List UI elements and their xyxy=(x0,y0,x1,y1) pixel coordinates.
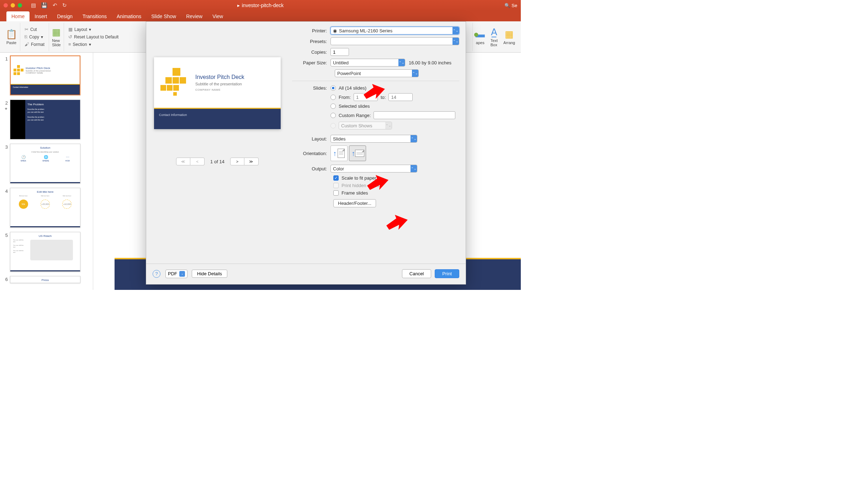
output-label: Output: xyxy=(292,166,327,171)
maximize-window-button[interactable] xyxy=(18,3,22,7)
logo-graphic xyxy=(160,68,190,97)
printer-status-icon: ◉ xyxy=(333,28,337,33)
section-button[interactable]: ≡Section ▾ xyxy=(67,41,120,48)
output-value: Color xyxy=(333,166,344,171)
close-window-button[interactable] xyxy=(4,3,8,7)
slide-thumb-1[interactable]: 1 Investor Pitch Deck Subtitle of the pr… xyxy=(2,55,91,95)
shapes-button[interactable]: ●▬ apes xyxy=(476,29,485,45)
format-painter-button[interactable]: 🖌Format xyxy=(23,41,46,48)
from-input[interactable] xyxy=(354,93,378,101)
last-page-button[interactable]: ≫ xyxy=(244,158,259,165)
textbox-button[interactable]: A̲ Text Box xyxy=(491,27,498,47)
reset-icon: ↺ xyxy=(68,34,72,39)
print-hidden-checkbox xyxy=(333,183,339,188)
search-area[interactable]: 🔍 Se xyxy=(504,3,517,8)
search-placeholder: Se xyxy=(512,3,517,8)
next-page-button[interactable]: > xyxy=(230,158,244,165)
pdf-dropdown-button[interactable]: PDF ⌄ xyxy=(165,270,187,278)
tab-animations[interactable]: Animations xyxy=(112,11,146,21)
cancel-button[interactable]: Cancel xyxy=(402,269,431,278)
orientation-landscape-button[interactable]: ↑ xyxy=(349,145,366,161)
arrange-button[interactable]: ▦ Arrang xyxy=(503,29,515,45)
selected-slides-label: Selected slides xyxy=(339,104,370,109)
from-label: From: xyxy=(339,95,351,100)
print-preview-pane: Investor Pitch Deck Subtitle of the pres… xyxy=(146,22,289,264)
paper-size-note: 16.00 by 9.00 inches xyxy=(409,60,451,65)
tab-view[interactable]: View xyxy=(207,11,228,21)
help-button[interactable]: ? xyxy=(153,270,160,278)
hide-details-button[interactable]: Hide Details xyxy=(192,270,227,278)
printer-select[interactable]: ◉ Samsung ML-2160 Series ⌃⌄ xyxy=(330,27,459,34)
slide-thumb-5[interactable]: 5 US Reach You can edit this text You ca… xyxy=(2,232,91,272)
to-input[interactable] xyxy=(388,93,413,101)
autosave-icon[interactable]: ▤ xyxy=(31,2,36,9)
dropdown-caret-icon: ⌃⌄ xyxy=(452,27,459,34)
thumb-subtitle: Subtitle of the presentation xyxy=(26,70,51,72)
tab-insert[interactable]: Insert xyxy=(30,11,52,21)
redo-icon[interactable]: ↻ xyxy=(62,2,67,9)
tab-transitions[interactable]: Transitions xyxy=(78,11,112,21)
slide-number: 6 xyxy=(2,276,8,283)
tab-review[interactable]: Review xyxy=(181,11,207,21)
slide-thumb-2[interactable]: 2 ✦ The Problem Describe the problem you… xyxy=(2,100,91,139)
minimize-window-button[interactable] xyxy=(11,3,15,7)
document-title: ▸ investor-pitch-deck xyxy=(237,2,284,8)
slide-panel[interactable]: 1 Investor Pitch Deck Subtitle of the pr… xyxy=(0,53,93,290)
tab-slideshow[interactable]: Slide Show xyxy=(146,11,181,21)
custom-shows-label: Custom Shows xyxy=(341,123,372,128)
up-arrow-icon: ↑ xyxy=(333,149,337,158)
slide-number: 2 xyxy=(2,100,8,106)
orientation-portrait-button[interactable]: ↑ xyxy=(330,145,348,161)
to-label: to: xyxy=(381,95,386,100)
paper-size-select[interactable]: Untitled ⌃⌄ xyxy=(330,59,405,67)
textbox-label: Text Box xyxy=(491,38,498,47)
presets-select[interactable]: ⌃⌄ xyxy=(330,37,459,45)
preview-pager: ≪ < 1 of 14 > ≫ xyxy=(176,158,259,165)
cut-button[interactable]: ✂Cut xyxy=(23,26,46,33)
paste-button[interactable]: 📋 Paste xyxy=(6,29,17,45)
thumb-heading: US Reach xyxy=(12,234,78,238)
dropdown-caret-icon: ⌃⌄ xyxy=(398,59,405,66)
brush-icon: 🖌 xyxy=(25,42,29,47)
prev-page-button[interactable]: < xyxy=(190,158,205,165)
copies-input[interactable] xyxy=(330,48,349,56)
radio-from-slides[interactable] xyxy=(330,95,336,100)
custom-range-input[interactable] xyxy=(374,111,455,119)
tab-home[interactable]: Home xyxy=(6,11,30,21)
layout-select[interactable]: Slides ⌃⌄ xyxy=(330,135,417,143)
reset-layout-button[interactable]: ↺Reset Layout to Default xyxy=(67,33,120,40)
radio-all-slides[interactable] xyxy=(330,85,336,91)
thumb-title: Investor Pitch Deck xyxy=(26,67,51,70)
slide-thumb-6[interactable]: 6 Press xyxy=(2,276,91,283)
slide-thumb-3[interactable]: 3 Solution A brief line describing your … xyxy=(2,144,91,184)
radio-selected-slides[interactable] xyxy=(330,104,336,109)
print-hidden-label: Print hidden slides xyxy=(342,183,379,188)
copies-label: Copies: xyxy=(292,49,327,55)
scale-to-fit-label: Scale to fit paper xyxy=(342,175,376,181)
printer-label: Printer: xyxy=(292,28,327,33)
undo-icon[interactable]: ↶ xyxy=(53,2,57,9)
slide-number: 4 xyxy=(2,188,8,228)
app-options-select[interactable]: PowerPoint ⌃⌄ xyxy=(335,69,419,77)
new-slide-button[interactable]: ▦ New Slide xyxy=(52,27,61,47)
thumb-heading: Edit title here xyxy=(12,190,78,193)
layout-button[interactable]: ▦Layout ▾ xyxy=(67,26,120,33)
page-counter: 1 of 14 xyxy=(210,159,224,164)
tab-design[interactable]: Design xyxy=(52,11,78,21)
textbox-icon: A̲ xyxy=(491,27,497,38)
header-footer-button[interactable]: Header/Footer... xyxy=(333,199,376,207)
slide-thumb-4[interactable]: 4 Edit title here Edit text hereEdit tex… xyxy=(2,188,91,228)
shapes-icon: ●▬ xyxy=(476,29,485,40)
custom-range-label: Custom Range: xyxy=(339,113,371,118)
copy-icon: ⎘ xyxy=(25,34,27,39)
radio-custom-range[interactable] xyxy=(330,113,336,118)
first-page-button[interactable]: ≪ xyxy=(176,158,190,165)
output-select[interactable]: Color ⌃⌄ xyxy=(330,165,417,172)
copy-button[interactable]: ⎘Copy ▾ xyxy=(23,33,46,40)
scale-to-fit-checkbox[interactable]: ✓ xyxy=(333,175,339,181)
frame-slides-checkbox[interactable] xyxy=(333,190,339,196)
window-controls xyxy=(4,3,22,7)
print-preview: Investor Pitch Deck Subtitle of the pres… xyxy=(154,57,281,129)
print-button[interactable]: Print xyxy=(435,269,459,278)
save-icon[interactable]: 💾 xyxy=(41,2,48,9)
